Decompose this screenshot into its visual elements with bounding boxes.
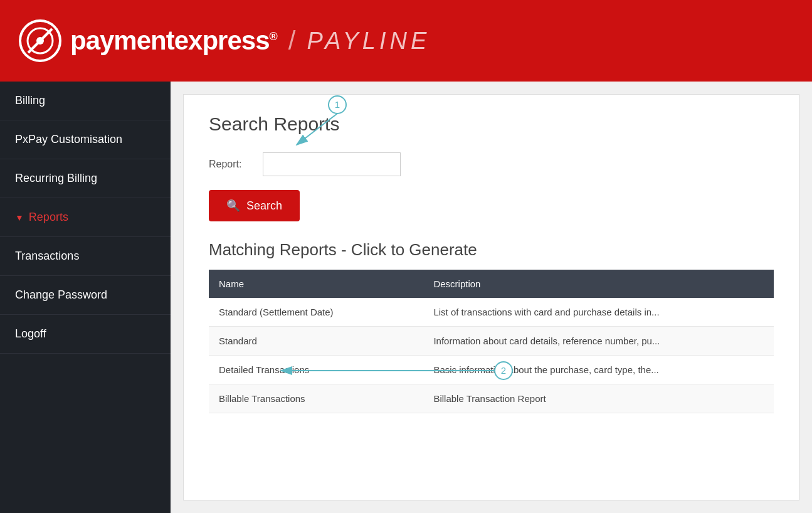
sidebar: Billing PxPay Customisation Recurring Bi… (0, 82, 171, 513)
sidebar-item-recurring[interactable]: Recurring Billing (0, 159, 171, 198)
report-input[interactable] (263, 152, 401, 176)
header: paymentexpress® / PAYLINE (0, 0, 812, 82)
sidebar-item-transactions[interactable]: Transactions (0, 237, 171, 276)
table-row[interactable]: Standard (Settlement Date) List of trans… (209, 298, 774, 327)
sidebar-item-reports[interactable]: ▼ Reports (0, 198, 171, 237)
svg-point-3 (36, 37, 44, 45)
content-panel: 1 2 Search Reports Report: 🔍 Search Matc… (183, 94, 799, 500)
page-title: Search Reports (209, 114, 774, 135)
col-header-name: Name (209, 270, 423, 298)
sidebar-item-billing[interactable]: Billing (0, 82, 171, 120)
report-desc-cell: Basic information about the purchase, ca… (423, 356, 774, 384)
sidebar-item-logoff[interactable]: Logoff (0, 315, 171, 354)
table-row[interactable]: Standard Information about card details,… (209, 327, 774, 356)
chevron-down-icon: ▼ (15, 213, 24, 223)
logo-icon (19, 19, 61, 62)
report-name-cell: Billable Transactions (209, 384, 423, 413)
sidebar-item-pxpay[interactable]: PxPay Customisation (0, 120, 171, 159)
brand-name: paymentexpress® (70, 26, 277, 56)
table-row[interactable]: Detailed Transactions Basic information … (209, 356, 774, 384)
col-header-description: Description (423, 270, 774, 298)
search-icon: 🔍 (226, 199, 240, 213)
annotation-1-text: 1 (335, 99, 340, 110)
report-desc-cell: Billable Transaction Report (423, 384, 774, 413)
body-area: Billing PxPay Customisation Recurring Bi… (0, 82, 812, 513)
annotation-1-circle (329, 96, 346, 114)
report-name-cell: Detailed Transactions (209, 356, 423, 384)
main-content: 1 2 Search Reports Report: 🔍 Search Matc… (171, 82, 812, 513)
sidebar-item-change-password[interactable]: Change Password (0, 276, 171, 315)
search-button[interactable]: 🔍 Search (209, 190, 300, 221)
report-label: Report: (209, 159, 253, 170)
reports-table: Name Description Standard (Settlement Da… (209, 270, 774, 413)
payline-text: PAYLINE (307, 28, 430, 55)
logo-area: paymentexpress® / PAYLINE (19, 19, 430, 62)
logo-divider: / (288, 26, 296, 56)
form-row: Report: (209, 152, 774, 176)
report-name-cell: Standard (Settlement Date) (209, 298, 423, 327)
results-title: Matching Reports - Click to Generate (209, 240, 774, 260)
report-desc-cell: Information about card details, referenc… (423, 327, 774, 356)
table-header-row: Name Description (209, 270, 774, 298)
table-row[interactable]: Billable Transactions Billable Transacti… (209, 384, 774, 413)
report-name-cell: Standard (209, 327, 423, 356)
report-desc-cell: List of transactions with card and purch… (423, 298, 774, 327)
